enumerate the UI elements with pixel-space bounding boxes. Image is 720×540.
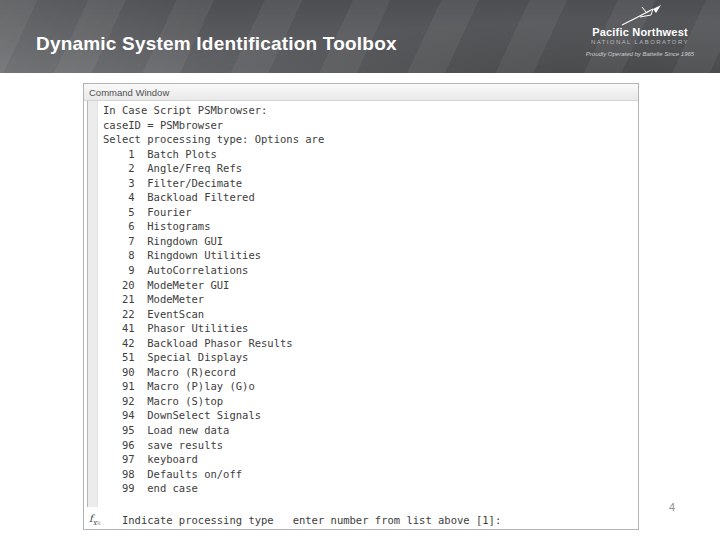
logo-tagline: Proudly Operated by Battelle Since 1965 — [574, 51, 706, 57]
prompt-row: fx⇅ Indicate processing type enter numbe… — [84, 512, 638, 529]
slide: Dynamic System Identification Toolbox Pa… — [0, 0, 720, 540]
fx-icon: fx⇅ — [89, 513, 101, 527]
logo-subtitle: NATIONAL LABORATORY — [574, 38, 706, 46]
page-number: 4 — [669, 501, 675, 513]
command-window-titlebar: Command Window — [84, 84, 638, 101]
console-gutter — [87, 101, 98, 507]
console-output: In Case Script PSMbrowser: caseID = PSMb… — [103, 103, 324, 496]
command-window-content: In Case Script PSMbrowser: caseID = PSMb… — [84, 101, 638, 529]
logo-name: Pacific Northwest — [574, 26, 706, 38]
command-window: Command Window In Case Script PSMbrowser… — [83, 83, 639, 530]
header-banner: Dynamic System Identification Toolbox Pa… — [0, 0, 720, 73]
prompt-text: Indicate processing type enter number fr… — [103, 514, 501, 526]
pnnl-arrow-icon — [618, 4, 662, 26]
pnnl-logo: Pacific Northwest NATIONAL LABORATORY Pr… — [574, 4, 706, 57]
slide-title: Dynamic System Identification Toolbox — [36, 33, 397, 55]
command-window-title: Command Window — [89, 87, 169, 98]
